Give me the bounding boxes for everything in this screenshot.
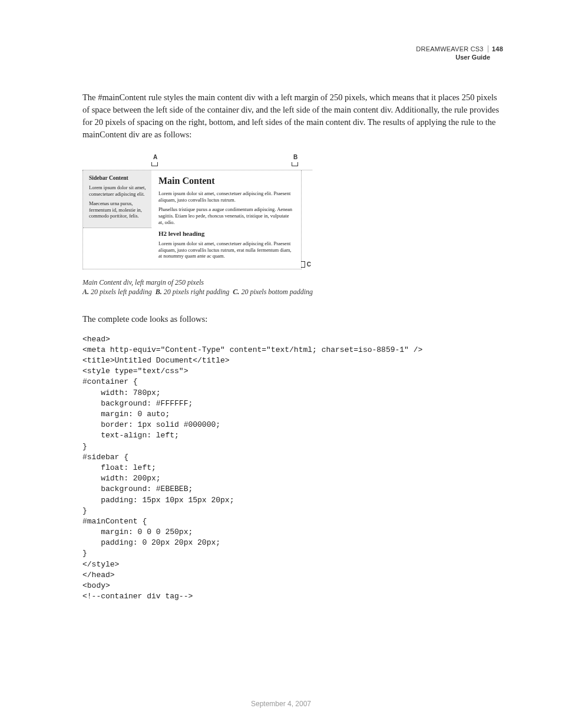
figure: A B Sidebar Content Lorem ipsum dolor si… (82, 154, 312, 269)
paragraph-2: The complete code looks as follows: (82, 313, 503, 325)
page: DREAMWEAVER CS3 148 User Guide The #main… (0, 0, 562, 728)
sidebar-heading: Sidebar Content (89, 175, 148, 182)
caption-c-text: 20 pixels bottom padding (241, 288, 313, 296)
caption-b-text: 20 pixels right padding (164, 288, 230, 296)
caption-c-label: C. (233, 288, 239, 296)
main-h1: Main Content (158, 175, 294, 187)
main-p2: Phasellus tristique purus a augue condim… (158, 206, 294, 225)
code-block: <head> <meta http-equiv="Content-Type" c… (82, 334, 503, 602)
callout-c: C (307, 261, 311, 268)
figure-caption: Main Content div, left margin of 250 pix… (82, 278, 503, 297)
footer-date: September 4, 2007 (0, 700, 562, 708)
main-p1: Lorem ipsum dolor sit amet, consectetuer… (158, 190, 294, 203)
header-subtitle: User Guide (416, 53, 503, 61)
figure-main: Main Content Lorem ipsum dolor sit amet,… (151, 170, 301, 269)
callout-c-wrap: C (301, 261, 311, 268)
figure-sidebar: Sidebar Content Lorem ipsum dolor sit am… (83, 170, 151, 228)
sidebar-p2: Maecenas urna purus, fermentum id, moles… (89, 200, 148, 219)
main-h2: H2 level heading (158, 230, 294, 238)
caption-b-label: B. (156, 288, 162, 296)
page-number: 148 (488, 45, 503, 52)
tick-b-icon (292, 162, 298, 166)
running-header: DREAMWEAVER CS3 148 User Guide (416, 45, 503, 62)
product-name: DREAMWEAVER CS3 (416, 45, 483, 52)
tick-a-icon (151, 162, 158, 166)
figure-container: Sidebar Content Lorem ipsum dolor sit am… (82, 170, 302, 269)
callout-b: B (293, 154, 297, 160)
intro-paragraph: The #mainContent rule styles the main co… (82, 91, 503, 141)
sidebar-p1: Lorem ipsum dolor sit amet, consectetuer… (89, 185, 148, 197)
main-p3: Lorem ipsum dolor sit amet, consectetuer… (158, 241, 294, 259)
caption-a-label: A. (82, 288, 89, 296)
callout-a: A (153, 154, 157, 160)
tick-c-icon (301, 261, 305, 268)
caption-title: Main Content div, left margin of 250 pix… (82, 278, 503, 287)
caption-a-text: 20 pixels left padding (91, 288, 152, 296)
